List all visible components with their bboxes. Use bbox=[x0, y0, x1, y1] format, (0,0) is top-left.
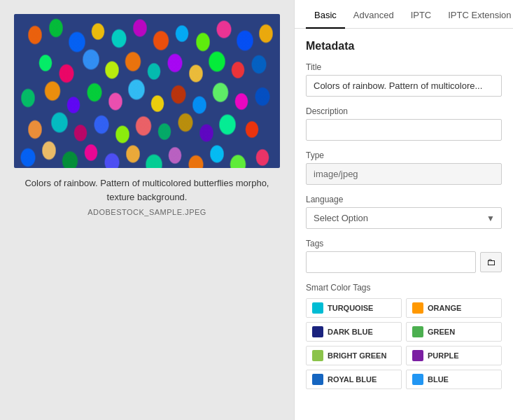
color-tag-label-purple: PURPLE bbox=[428, 351, 459, 360]
tags-field-group: Tags 🗀 bbox=[306, 239, 502, 273]
color-tag-blue[interactable]: BLUE bbox=[406, 370, 502, 389]
title-input[interactable] bbox=[306, 75, 502, 97]
color-tags-grid: TURQUOISEORANGEDARK BLUEGREENBRIGHT GREE… bbox=[306, 298, 502, 389]
color-tag-label-orange: ORANGE bbox=[428, 304, 461, 312]
butterfly-image bbox=[14, 14, 280, 168]
color-tag-dark-blue[interactable]: DARK BLUE bbox=[306, 322, 402, 342]
color-tag-orange[interactable]: ORANGE bbox=[406, 298, 502, 318]
description-label: Description bbox=[306, 106, 502, 116]
color-swatch-bright-green bbox=[312, 350, 323, 361]
image-caption: Colors of rainbow. Pattern of multicolor… bbox=[21, 176, 273, 204]
tags-row: 🗀 bbox=[306, 251, 502, 273]
image-filename: ADOBESTOCK_SAMPLE.JPEG bbox=[87, 208, 206, 216]
section-title: Metadata bbox=[306, 40, 502, 52]
color-tag-label-turquoise: TURQUOISE bbox=[328, 304, 373, 312]
tab-iptc-extension[interactable]: IPTC Extension bbox=[440, 0, 513, 29]
type-input bbox=[306, 163, 502, 185]
color-swatch-orange bbox=[412, 302, 423, 314]
image-container bbox=[14, 14, 280, 168]
language-label: Language bbox=[306, 195, 502, 204]
tags-input[interactable] bbox=[306, 251, 476, 273]
tab-advanced[interactable]: Advanced bbox=[345, 0, 402, 29]
color-tag-label-bright-green: BRIGHT GREEN bbox=[328, 351, 386, 360]
color-swatch-royal-blue bbox=[312, 374, 323, 385]
color-tag-label-green: GREEN bbox=[428, 328, 455, 336]
right-panel: Basic Advanced IPTC IPTC Extension Metad… bbox=[294, 0, 513, 420]
language-field-group: Language Select Option ▼ bbox=[306, 195, 502, 229]
folder-icon: 🗀 bbox=[486, 257, 496, 267]
language-select[interactable]: Select Option bbox=[306, 207, 502, 229]
color-swatch-purple bbox=[412, 350, 423, 361]
color-tag-purple[interactable]: PURPLE bbox=[406, 346, 502, 365]
color-tag-bright-green[interactable]: BRIGHT GREEN bbox=[306, 346, 402, 365]
color-swatch-green bbox=[412, 326, 423, 337]
color-swatch-dark-blue bbox=[312, 326, 323, 337]
title-label: Title bbox=[306, 62, 502, 72]
color-swatch-turquoise bbox=[312, 302, 323, 314]
panel-content: Metadata Title Description Type Language… bbox=[295, 29, 513, 410]
type-field-group: Type bbox=[306, 150, 502, 185]
left-panel: Colors of rainbow. Pattern of multicolor… bbox=[0, 0, 294, 420]
smart-color-tags-label: Smart Color Tags bbox=[306, 283, 502, 293]
color-swatch-blue bbox=[412, 374, 423, 385]
language-select-wrapper: Select Option ▼ bbox=[306, 207, 502, 229]
color-tag-label-dark-blue: DARK BLUE bbox=[328, 328, 373, 336]
description-input[interactable] bbox=[306, 119, 502, 141]
color-tag-royal-blue[interactable]: ROYAL BLUE bbox=[306, 370, 402, 389]
smart-color-tags-group: Smart Color Tags TURQUOISEORANGEDARK BLU… bbox=[306, 283, 502, 389]
color-tag-label-blue: BLUE bbox=[428, 375, 449, 384]
title-field-group: Title bbox=[306, 62, 502, 97]
tags-label: Tags bbox=[306, 239, 502, 248]
tab-basic[interactable]: Basic bbox=[306, 0, 345, 29]
tab-bar: Basic Advanced IPTC IPTC Extension bbox=[295, 0, 513, 29]
tab-iptc[interactable]: IPTC bbox=[402, 0, 440, 29]
color-tag-turquoise[interactable]: TURQUOISE bbox=[306, 298, 402, 318]
color-tag-green[interactable]: GREEN bbox=[406, 322, 502, 342]
folder-button[interactable]: 🗀 bbox=[480, 252, 502, 272]
description-field-group: Description bbox=[306, 106, 502, 141]
type-label: Type bbox=[306, 150, 502, 160]
color-tag-label-royal-blue: ROYAL BLUE bbox=[328, 375, 377, 384]
